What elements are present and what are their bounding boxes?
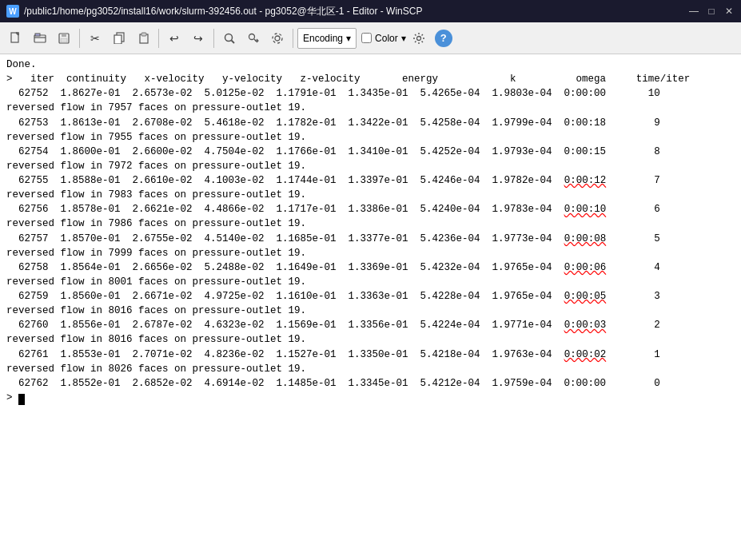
redo-button[interactable]: ↪ xyxy=(187,27,209,50)
paste-button[interactable] xyxy=(132,27,154,50)
encoding-button[interactable]: Encoding ▾ xyxy=(297,28,357,49)
line-30: 62761 1.8553e-01 2.7071e-02 4.8236e-02 1… xyxy=(6,348,735,362)
prompt: > xyxy=(6,392,18,403)
line-0: Done. xyxy=(6,58,735,72)
cut-button[interactable]: ✂ xyxy=(84,27,106,50)
svg-rect-8 xyxy=(114,35,122,44)
close-button[interactable]: ✕ xyxy=(723,6,735,17)
replace-button[interactable] xyxy=(242,27,265,50)
settings-button[interactable] xyxy=(266,27,289,50)
line-29: reversed flow in 8016 faces on pressure-… xyxy=(6,332,735,347)
line-6: 62753 1.8613e-01 2.6708e-02 5.4618e-02 1… xyxy=(6,116,735,130)
color-area: Color ▾ xyxy=(361,33,406,44)
line-15: 62756 1.8578e-01 2.6621e-02 4.4866e-02 1… xyxy=(6,202,735,216)
line-18: 62757 1.8570e-01 2.6755e-02 4.5140e-02 1… xyxy=(6,232,735,246)
svg-rect-5 xyxy=(62,34,66,37)
separator-1 xyxy=(79,29,80,48)
app-icon: W xyxy=(6,5,19,18)
color-label[interactable]: Color xyxy=(375,33,398,44)
line-12: 62755 1.8588e-01 2.6610e-02 4.1003e-02 1… xyxy=(6,173,735,188)
cursor xyxy=(18,394,25,405)
svg-point-11 xyxy=(225,34,233,41)
underlined-time: 0:00:08 xyxy=(564,233,607,244)
underlined-time: 0:00:06 xyxy=(564,262,607,273)
line-26: reversed flow in 8016 faces on pressure-… xyxy=(6,304,735,318)
encoding-dropdown-arrow: ▾ xyxy=(346,33,351,44)
line-17: reversed flow in 7986 faces on pressure-… xyxy=(6,216,735,231)
open-button[interactable] xyxy=(29,27,51,50)
line-23: reversed flow in 8001 faces on pressure-… xyxy=(6,275,735,289)
copy-button[interactable] xyxy=(108,27,130,50)
underlined-time: 0:00:05 xyxy=(564,291,607,302)
line-9: 62754 1.8600e-01 2.6600e-02 4.7504e-02 1… xyxy=(6,145,735,159)
line-27: 62760 1.8556e-01 2.6787e-02 4.6323e-02 1… xyxy=(6,318,735,332)
new-button[interactable] xyxy=(5,27,27,50)
line-5: reversed flow in 7957 faces on pressure-… xyxy=(6,101,735,115)
line-3: 62752 1.8627e-01 2.6573e-02 5.0125e-02 1… xyxy=(6,86,735,101)
underlined-time: 0:00:10 xyxy=(564,204,607,215)
window-title: /public1/home/pg3052/install16/work/slur… xyxy=(24,5,422,18)
separator-4 xyxy=(293,29,293,48)
line-32: reversed flow in 8026 faces on pressure-… xyxy=(6,362,735,376)
encoding-label: Encoding xyxy=(303,33,343,44)
svg-point-15 xyxy=(275,36,280,41)
line-8: reversed flow in 7955 faces on pressure-… xyxy=(6,130,735,145)
save-button[interactable] xyxy=(53,27,75,50)
find-button[interactable] xyxy=(218,27,241,50)
line-24: 62759 1.8560e-01 2.6671e-02 4.9725e-02 1… xyxy=(6,289,735,304)
minimize-button[interactable]: — xyxy=(688,6,699,17)
separator-3 xyxy=(213,29,214,48)
gear-button[interactable] xyxy=(408,27,430,50)
underlined-time: 0:00:12 xyxy=(564,175,607,186)
title-bar: W /public1/home/pg3052/install16/work/sl… xyxy=(0,0,741,22)
help-label: ? xyxy=(440,32,447,44)
editor-content[interactable]: Done.> iter continuity x-velocity y-velo… xyxy=(0,54,741,560)
undo-button[interactable]: ↩ xyxy=(163,27,185,50)
svg-rect-6 xyxy=(61,38,67,42)
line-21: 62758 1.8564e-01 2.6656e-02 5.2488e-02 1… xyxy=(6,260,735,275)
underlined-time: 0:00:03 xyxy=(564,320,607,331)
toolbar: ✂ ↩ ↪ Encoding ▾ Color ▾ ? xyxy=(0,22,741,54)
color-checkbox[interactable] xyxy=(361,33,372,43)
help-button[interactable]: ? xyxy=(435,30,452,47)
line-2: > iter continuity x-velocity y-velocity … xyxy=(6,72,735,86)
separator-2 xyxy=(158,29,159,48)
svg-point-16 xyxy=(273,34,282,43)
color-dropdown-arrow: ▾ xyxy=(401,33,406,44)
line-33: 62762 1.8552e-01 2.6852e-02 4.6914e-02 1… xyxy=(6,376,735,391)
underlined-time: 0:00:02 xyxy=(564,349,607,360)
svg-rect-10 xyxy=(141,33,146,36)
line-14: reversed flow in 7983 faces on pressure-… xyxy=(6,188,735,202)
svg-line-12 xyxy=(232,40,235,43)
svg-point-13 xyxy=(249,34,255,39)
line-11: reversed flow in 7972 faces on pressure-… xyxy=(6,159,735,173)
line-20: reversed flow in 7999 faces on pressure-… xyxy=(6,246,735,260)
svg-point-17 xyxy=(416,36,420,40)
maximize-button[interactable]: □ xyxy=(706,6,717,17)
svg-rect-3 xyxy=(35,34,40,36)
line-35: > xyxy=(6,391,735,405)
